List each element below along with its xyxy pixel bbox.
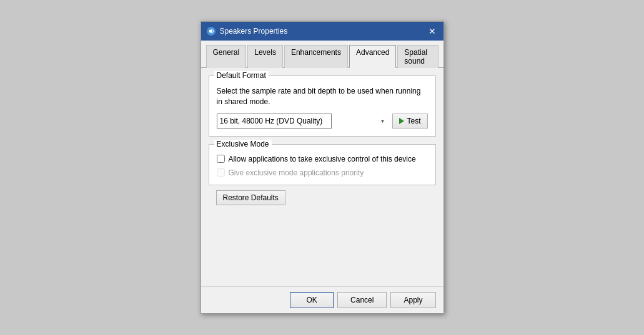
- format-select[interactable]: 16 bit, 44100 Hz (CD Quality)16 bit, 480…: [217, 114, 332, 129]
- format-select-wrapper: 16 bit, 44100 Hz (CD Quality)16 bit, 480…: [217, 114, 389, 129]
- tab-levels[interactable]: Levels: [247, 45, 283, 68]
- title-bar: Speakers Properties ✕: [201, 22, 443, 41]
- priority-row: Give exclusive mode applications priorit…: [217, 168, 428, 177]
- ok-button[interactable]: OK: [290, 292, 334, 308]
- speakers-properties-dialog: Speakers Properties ✕ General Levels Enh…: [201, 21, 444, 314]
- default-format-section: Default Format Select the sample rate an…: [209, 75, 436, 137]
- title-bar-left: Speakers Properties: [206, 26, 288, 36]
- tab-spatial-sound[interactable]: Spatial sound: [397, 45, 438, 68]
- test-button-label: Test: [407, 117, 420, 125]
- dialog-footer: OK Cancel Apply: [201, 286, 443, 313]
- exclusive-mode-section: Exclusive Mode Allow applications to tak…: [209, 144, 436, 185]
- tabs-container: General Levels Enhancements Advanced Spa…: [201, 41, 443, 68]
- apply-button[interactable]: Apply: [390, 292, 435, 308]
- dialog-body: General Levels Enhancements Advanced Spa…: [201, 41, 443, 286]
- format-row: 16 bit, 44100 Hz (CD Quality)16 bit, 480…: [217, 114, 428, 129]
- cancel-button[interactable]: Cancel: [337, 292, 387, 308]
- priority-label: Give exclusive mode applications priorit…: [229, 168, 364, 177]
- tab-enhancements[interactable]: Enhancements: [284, 45, 348, 68]
- test-button[interactable]: Test: [392, 114, 427, 129]
- restore-defaults-button[interactable]: Restore Defaults: [216, 190, 285, 205]
- exclusive-mode-label: Exclusive Mode: [214, 140, 272, 148]
- default-format-label: Default Format: [214, 71, 269, 80]
- tab-advanced[interactable]: Advanced: [349, 45, 396, 68]
- dialog-title: Speakers Properties: [220, 27, 288, 36]
- allow-exclusive-label[interactable]: Allow applications to take exclusive con…: [229, 155, 416, 163]
- priority-checkbox[interactable]: [217, 168, 225, 177]
- content-area: Default Format Select the sample rate an…: [201, 68, 443, 286]
- allow-exclusive-checkbox[interactable]: [217, 155, 225, 163]
- close-button[interactable]: ✕: [426, 25, 438, 37]
- tab-general[interactable]: General: [206, 45, 247, 68]
- bottom-buttons: Restore Defaults: [209, 185, 436, 213]
- allow-exclusive-row: Allow applications to take exclusive con…: [217, 155, 428, 163]
- play-icon: [399, 118, 404, 124]
- speaker-icon: [206, 26, 216, 36]
- default-format-description: Select the sample rate and bit depth to …: [217, 86, 428, 107]
